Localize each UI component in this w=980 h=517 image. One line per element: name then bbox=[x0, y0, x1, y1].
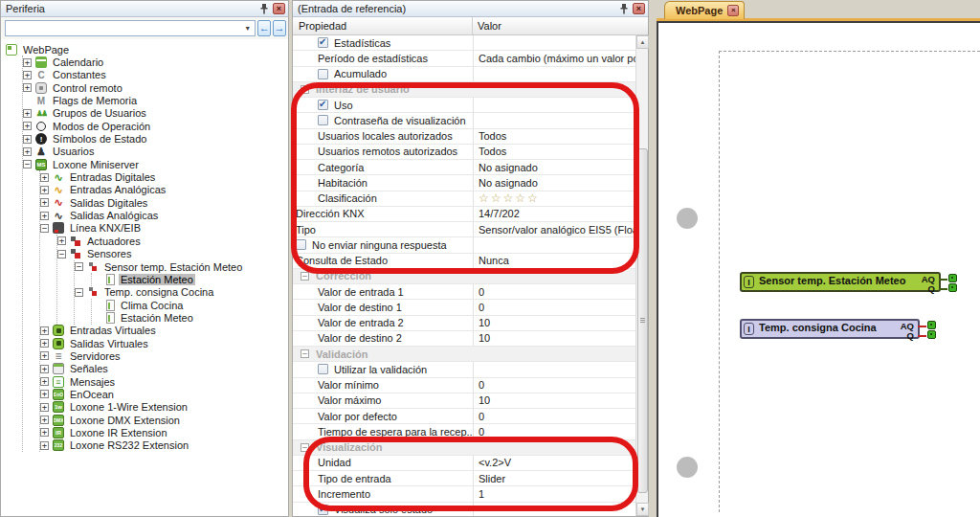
tree-item[interactable]: WebPage bbox=[6, 43, 288, 56]
section-row[interactable]: −Interfaz de usuario bbox=[293, 82, 635, 98]
tree-item[interactable]: −Loxone Miniserver bbox=[23, 158, 288, 170]
nav-forward-button[interactable]: → bbox=[273, 20, 286, 36]
tree-item-label[interactable]: Mensajes bbox=[68, 376, 117, 388]
property-row[interactable]: No enviar ninguna respuesta bbox=[293, 237, 635, 253]
tree-item[interactable]: +Loxone DMX Extension bbox=[40, 414, 288, 426]
tree-item[interactable]: −Línea KNX/EIB bbox=[40, 222, 288, 235]
output-connector[interactable] bbox=[948, 283, 957, 292]
tree-item[interactable]: −Sensor temp. Estación Meteo bbox=[75, 260, 288, 273]
output-connector[interactable] bbox=[948, 274, 957, 282]
tree-item[interactable]: +Símbolos de Estado bbox=[23, 132, 288, 145]
tree-item-label[interactable]: Entradas Analógicas bbox=[68, 184, 167, 195]
property-row[interactable]: Contraseña de visualización bbox=[293, 113, 635, 128]
property-value-cell[interactable]: 10 bbox=[473, 393, 635, 408]
property-row[interactable]: Visualiza solo estado bbox=[293, 503, 635, 517]
output-connector[interactable] bbox=[927, 321, 936, 329]
block-input-label[interactable]: I bbox=[744, 276, 754, 288]
property-row[interactable]: Consulta de EstadoNunca bbox=[293, 254, 635, 269]
property-value-cell[interactable]: 0 bbox=[473, 424, 635, 438]
tree-item-label[interactable]: Loxone IR Extension bbox=[68, 427, 169, 438]
checkbox-unchecked[interactable] bbox=[318, 115, 328, 125]
tree-expander[interactable]: + bbox=[40, 198, 49, 207]
tree-item[interactable]: +Constantes bbox=[23, 69, 288, 81]
tree-item-label[interactable]: Loxone RS232 Extension bbox=[68, 439, 190, 451]
tree-expander[interactable]: − bbox=[57, 250, 66, 258]
close-icon[interactable]: × bbox=[273, 3, 285, 14]
nav-back-button[interactable]: ← bbox=[257, 20, 271, 36]
property-row[interactable]: CategoríaNo asignado bbox=[293, 160, 635, 175]
tree-item[interactable]: −Sensores bbox=[57, 248, 288, 260]
tree-expander[interactable]: + bbox=[23, 135, 32, 144]
property-value-cell[interactable]: Cada cambio (máximo un valor po... bbox=[473, 51, 635, 65]
checkbox-checked[interactable] bbox=[318, 100, 328, 110]
tree-item[interactable]: +Modos de Operación bbox=[23, 120, 288, 132]
tree-item-label[interactable]: WebPage bbox=[21, 44, 71, 56]
property-value-cell[interactable]: 10 bbox=[473, 331, 635, 346]
checkbox-checked[interactable] bbox=[318, 505, 328, 515]
section-row[interactable]: −Corrección bbox=[293, 269, 635, 284]
property-row[interactable]: HabitaciónNo asignado bbox=[293, 175, 635, 191]
tree-item[interactable]: Estación Meteo bbox=[92, 311, 288, 324]
stars-rating[interactable]: ☆☆☆☆☆ bbox=[479, 191, 540, 205]
tree-expander[interactable]: + bbox=[40, 186, 49, 194]
property-row[interactable]: Valor de destino 210 bbox=[293, 331, 635, 347]
tree-item-label[interactable]: EnOcean bbox=[68, 389, 116, 400]
chevron-down-icon[interactable]: ▼ bbox=[241, 22, 254, 34]
tree-item-label[interactable]: Sensores bbox=[85, 248, 133, 259]
tree-expander[interactable]: + bbox=[40, 403, 49, 412]
tree-expander[interactable]: + bbox=[40, 416, 49, 424]
property-value-cell[interactable] bbox=[473, 237, 635, 252]
property-value-cell[interactable]: No asignado bbox=[473, 160, 635, 174]
tab-close-icon[interactable]: × bbox=[727, 5, 739, 16]
tree-item-label[interactable]: Loxone DMX Extension bbox=[68, 415, 182, 426]
checkbox-unchecked[interactable] bbox=[318, 69, 328, 79]
tree-expander[interactable]: + bbox=[40, 365, 49, 373]
property-row[interactable]: Tiempo de espera para la recep...0 bbox=[293, 424, 635, 439]
block-input-label[interactable]: I bbox=[744, 323, 754, 335]
checkbox-checked[interactable] bbox=[318, 37, 328, 48]
property-value-cell[interactable]: 14/7/202 bbox=[473, 207, 635, 221]
section-row[interactable]: −Validación bbox=[293, 347, 635, 362]
property-row[interactable]: Usuarios remotos autorizadosTodos bbox=[293, 145, 635, 160]
pin-icon[interactable] bbox=[618, 3, 630, 14]
tree-item-label[interactable]: Entradas Virtuales bbox=[68, 325, 158, 336]
section-expander[interactable]: − bbox=[301, 349, 309, 358]
checkbox-unchecked[interactable] bbox=[318, 364, 328, 374]
property-value-cell[interactable]: 1 bbox=[473, 486, 635, 501]
tree-item[interactable]: +Loxone IR Extension bbox=[40, 426, 288, 438]
tree-item[interactable]: +Salidas Analógicas bbox=[40, 209, 288, 221]
tree-item-label[interactable]: Temp. consigna Cocina bbox=[102, 286, 215, 298]
design-canvas[interactable]: ISensor temp. Estación MeteoAQQITemp. co… bbox=[657, 21, 980, 517]
tree-expander[interactable]: + bbox=[23, 122, 32, 130]
tree-item[interactable]: +Actuadores bbox=[57, 235, 288, 247]
tree-item-label[interactable]: Control remoto bbox=[51, 82, 124, 94]
tree-expander[interactable]: + bbox=[40, 339, 49, 348]
tree-item-label[interactable]: Sensor temp. Estación Meteo bbox=[102, 261, 244, 273]
tree-item-label[interactable]: Símbolos de Estado bbox=[51, 133, 148, 145]
property-row[interactable]: Período de estadísticasCada cambio (máxi… bbox=[293, 51, 635, 66]
tree-item[interactable]: +Grupos de Usuarios bbox=[23, 107, 288, 120]
tree-item-label[interactable]: Flags de Memoria bbox=[51, 95, 139, 106]
pin-icon[interactable] bbox=[258, 3, 270, 14]
webpage-tab[interactable]: WebPage × bbox=[664, 1, 745, 19]
property-value-cell[interactable]: <v.2>V bbox=[473, 456, 635, 470]
tree-expander[interactable]: − bbox=[75, 288, 83, 297]
tree-item[interactable]: +Salidas Digitales bbox=[40, 196, 288, 209]
property-value-cell[interactable]: Nunca bbox=[473, 254, 635, 268]
property-value-cell[interactable]: 0 bbox=[473, 409, 635, 423]
column-header-propiedad[interactable]: Propiedad bbox=[293, 17, 473, 34]
tree-item-label[interactable]: Salidas Virtuales bbox=[68, 338, 150, 349]
tree-item-label[interactable]: Salidas Digitales bbox=[68, 197, 149, 209]
tree-item[interactable]: Estación Meteo bbox=[92, 273, 288, 285]
property-value-cell[interactable] bbox=[473, 35, 635, 50]
tree-expander[interactable]: + bbox=[23, 71, 32, 79]
property-value-cell[interactable]: ☆☆☆☆☆ bbox=[473, 191, 635, 206]
property-row[interactable]: Tipo de entradaSlider bbox=[293, 471, 635, 486]
tree-item[interactable]: +Salidas Virtuales bbox=[40, 337, 288, 349]
close-icon[interactable]: × bbox=[633, 3, 645, 14]
tree-expander[interactable]: + bbox=[40, 377, 49, 386]
property-row[interactable]: Usuarios locales autorizadosTodos bbox=[293, 129, 635, 145]
tree-expander[interactable]: + bbox=[40, 351, 49, 360]
tree-expander[interactable]: + bbox=[40, 326, 49, 335]
property-value-cell[interactable]: 0 bbox=[473, 300, 635, 314]
